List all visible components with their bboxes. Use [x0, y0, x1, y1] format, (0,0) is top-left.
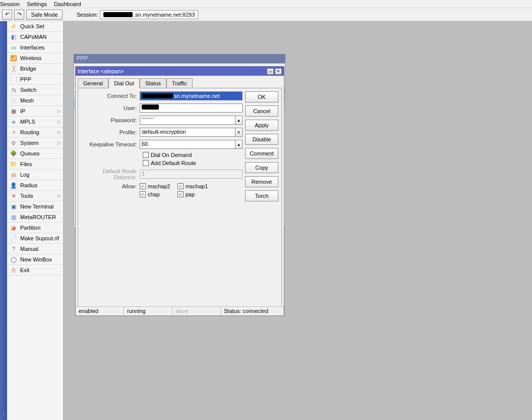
menu-settings[interactable]: Settings [27, 1, 47, 7]
copy-button[interactable]: Copy [245, 162, 278, 173]
menu-dashboard[interactable]: Dashboard [54, 1, 81, 7]
close-icon[interactable]: ✕ [275, 68, 282, 75]
sidebar-icon: ◌ [10, 97, 17, 104]
sidebar-item-ip[interactable]: ▦IP▷ [7, 106, 63, 117]
comment-button[interactable]: Comment [245, 148, 278, 159]
redo-button[interactable]: ↷ [14, 10, 24, 20]
sidebar-icon: 📄 [10, 235, 17, 242]
sidebar-item-routing[interactable]: ✶Routing▷ [7, 127, 63, 138]
keepalive-input[interactable]: 60 [140, 140, 235, 149]
sidebar-icon: ▭ [10, 44, 17, 51]
submenu-arrow-icon: ▷ [57, 193, 61, 198]
sidebar-label: Files [20, 161, 32, 167]
keepalive-spin-icon[interactable]: ▲ [235, 140, 243, 149]
menu-session[interactable]: Session [0, 1, 20, 7]
sidebar-label: Bridge [20, 66, 36, 72]
allow-mschap2-checkbox[interactable]: ✓mschap2 [140, 183, 170, 189]
apply-button[interactable]: Apply [245, 120, 278, 131]
allow-mschap1-checkbox[interactable]: ✓mschap1 [178, 183, 208, 189]
submenu-arrow-icon: ▷ [57, 109, 61, 114]
sidebar-label: System [20, 140, 39, 146]
sidebar-icon: 📶 [10, 55, 17, 62]
ok-button[interactable]: OK [245, 91, 278, 102]
sidebar-icon: ⋮⋮ [10, 76, 17, 83]
add-default-route-checkbox[interactable]: Add Default Route [143, 160, 196, 166]
sidebar-label: Switch [20, 87, 36, 93]
sidebar-item-interfaces[interactable]: ▭Interfaces [7, 42, 63, 53]
session-label: Session: [77, 12, 98, 18]
sidebar-icon: ✕ [10, 192, 17, 199]
sidebar-item-manual[interactable]: ?Manual [7, 244, 63, 254]
sidebar-item-make-supout-rif[interactable]: 📄Make Supout.rif [7, 233, 63, 244]
sidebar-icon: 👤 [10, 182, 17, 189]
sidebar-item-wireless[interactable]: 📶Wireless [7, 53, 63, 64]
sidebar-item-new-winbox[interactable]: ◯New WinBox [7, 254, 63, 265]
password-input[interactable]: •••••••• [140, 116, 235, 125]
sidebar-item-partition[interactable]: ◕Partition [7, 223, 63, 233]
sidebar-label: Partition [20, 225, 40, 231]
sidebar-item-queues[interactable]: 🌳Queues [7, 148, 63, 159]
allow-pap-checkbox[interactable]: ✓pap [178, 191, 208, 197]
sidebar-item-mesh[interactable]: ◌Mesh [7, 95, 63, 106]
sidebar-item-quick-set[interactable]: ⚡Quick Set [7, 21, 63, 32]
tab-traffic[interactable]: Traffic [166, 78, 193, 88]
minimize-icon[interactable]: ▭ [267, 68, 274, 75]
sidebar-item-exit[interactable]: ⎘Exit [7, 265, 63, 276]
sidebar-icon: ╳ [10, 65, 17, 72]
sidebar-label: Queues [20, 150, 40, 156]
allow-label: Allow: [81, 183, 140, 189]
sidebar-icon: ✶ [10, 129, 17, 136]
sidebar-item-switch[interactable]: ⇆Switch [7, 85, 63, 95]
sidebar-item-ppp[interactable]: ⋮⋮PPP [7, 74, 63, 85]
default-route-distance-input: 1 [140, 170, 243, 179]
safe-mode-button[interactable]: Safe Mode [26, 10, 63, 20]
disable-button[interactable]: Disable [245, 134, 278, 145]
sidebar-item-tools[interactable]: ✕Tools▷ [7, 191, 63, 201]
password-label: Password: [81, 117, 140, 123]
user-label: User: [81, 105, 140, 111]
dialog-title-text: Interface <stepan> [78, 68, 124, 74]
sidebar-icon: ⎘ [10, 267, 17, 274]
sidebar-label: Routing [20, 129, 39, 135]
connect-to-input[interactable]: sn.mynetname.net [140, 91, 243, 100]
undo-button[interactable]: ↶ [2, 10, 12, 20]
sidebar-item-bridge[interactable]: ╳Bridge [7, 64, 63, 74]
sidebar-icon: 📁 [10, 161, 17, 168]
sidebar-icon: ⇆ [10, 86, 17, 93]
sidebar-icon: ◧ [10, 33, 17, 40]
sidebar-item-log[interactable]: ▤Log [7, 170, 63, 180]
sidebar-item-system[interactable]: ⚙System▷ [7, 138, 63, 148]
sidebar-label: New Terminal [20, 203, 53, 209]
sidebar-item-metarouter[interactable]: ▥MetaROUTER [7, 212, 63, 223]
profile-select[interactable]: default-encryption [140, 128, 235, 137]
tab-dial-out[interactable]: Dial Out [108, 78, 140, 88]
menu-bar: Session Settings Dashboard [0, 0, 532, 8]
keepalive-label: Keepalive Timeout: [81, 141, 140, 147]
torch-button[interactable]: Torch [245, 190, 278, 201]
sidebar-item-radius[interactable]: 👤Radius [7, 180, 63, 191]
sidebar-label: Log [20, 172, 29, 178]
sidebar-item-mpls[interactable]: ◈MPLS▷ [7, 117, 63, 127]
sidebar-item-files[interactable]: 📁Files [7, 159, 63, 170]
sidebar-label: MetaROUTER [20, 214, 56, 220]
sidebar-icon: ? [10, 245, 17, 252]
sidebar-item-capsman[interactable]: ◧CAPsMAN [7, 32, 63, 42]
sidebar-label: Manual [20, 246, 38, 252]
remove-button[interactable]: Remove [245, 176, 278, 187]
dropdown-icon[interactable]: ∓ [235, 128, 243, 137]
sidebar-icon: ⚡ [10, 23, 17, 30]
sidebar: ⚡Quick Set◧CAPsMAN▭Interfaces📶Wireless╳B… [7, 21, 64, 420]
sidebar-label: Interfaces [20, 44, 44, 50]
tab-status[interactable]: Status [140, 78, 166, 88]
user-input[interactable] [140, 103, 243, 113]
sidebar-label: Tools [20, 193, 33, 199]
dial-on-demand-checkbox[interactable]: Dial On Demand [143, 152, 192, 158]
cancel-button[interactable]: Cancel [245, 106, 278, 117]
sidebar-item-new-terminal[interactable]: ▣New Terminal [7, 201, 63, 212]
interface-dialog-title[interactable]: Interface <stepan> ▭ ✕ [76, 67, 284, 76]
allow-chap-checkbox[interactable]: ✓chap [140, 191, 170, 197]
toolbar: ↶ ↷ Safe Mode Session: .sn.mynetname.net… [0, 8, 532, 21]
tab-general[interactable]: General [78, 78, 108, 88]
password-hide-icon[interactable]: ▲ [235, 116, 243, 125]
connect-to-label: Connect To: [81, 93, 140, 99]
